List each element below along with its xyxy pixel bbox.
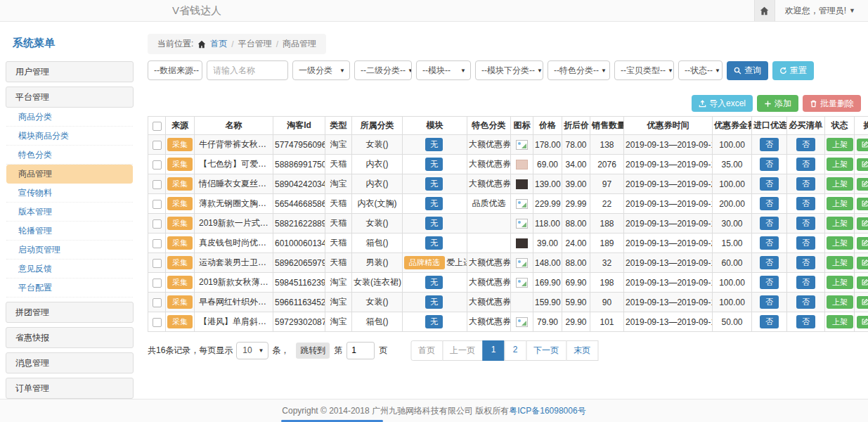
status-button[interactable]: 上架: [827, 138, 853, 151]
row-checkbox[interactable]: [153, 298, 162, 307]
imported-toggle-button[interactable]: 否: [760, 295, 779, 309]
sidebar-item[interactable]: 订单管理: [6, 378, 134, 399]
must-buy-toggle-button[interactable]: 否: [796, 217, 815, 230]
edit-button[interactable]: [857, 158, 868, 171]
must-buy-toggle-button[interactable]: 否: [796, 158, 815, 171]
table-row: 采集 2019新款女秋薄款... 598451162391 淘宝 女装(连衣裙)…: [148, 273, 868, 293]
filter-item-type-select[interactable]: --宝贝类型--▼: [614, 60, 674, 80]
edit-button[interactable]: [857, 296, 868, 309]
cell-feature-category: 大额优惠券: [467, 293, 511, 312]
status-button[interactable]: 上架: [827, 236, 853, 250]
add-button[interactable]: 添加: [757, 95, 798, 112]
sidebar-item[interactable]: 轮播管理: [6, 222, 133, 241]
jump-button[interactable]: 跳转到: [296, 343, 330, 359]
pager-button[interactable]: 末页: [566, 340, 598, 361]
reset-button[interactable]: 重置: [772, 61, 814, 80]
row-checkbox[interactable]: [153, 318, 162, 327]
sidebar-item[interactable]: 消息管理: [6, 352, 134, 373]
sidebar-item[interactable]: 宣传物料: [6, 184, 133, 203]
status-button[interactable]: 上架: [827, 315, 853, 328]
cell-type: 淘宝: [325, 135, 352, 155]
batch-delete-button[interactable]: 批量删除: [803, 95, 861, 112]
row-checkbox[interactable]: [153, 200, 162, 209]
sidebar-item[interactable]: 平台管理: [6, 87, 134, 108]
status-button[interactable]: 上架: [827, 177, 853, 191]
icp-link[interactable]: 粤ICP备16098006号: [509, 405, 585, 417]
breadcrumb-home-link[interactable]: 首页: [210, 38, 227, 50]
row-checkbox[interactable]: [153, 219, 162, 229]
imported-toggle-button[interactable]: 否: [760, 276, 779, 289]
edit-button[interactable]: [857, 198, 868, 210]
filter-module-select[interactable]: --模块--▼: [416, 60, 471, 80]
sidebar-item[interactable]: 商品管理: [6, 165, 133, 184]
row-checkbox[interactable]: [153, 160, 162, 170]
imported-toggle-button[interactable]: 否: [760, 138, 779, 151]
imported-toggle-button[interactable]: 否: [760, 315, 779, 328]
pager-button[interactable]: 首页: [410, 340, 443, 361]
sidebar-item[interactable]: 模块商品分类: [6, 127, 133, 146]
jump-page-input[interactable]: [346, 342, 375, 359]
pager-button[interactable]: 1: [482, 340, 505, 361]
edit-button[interactable]: [857, 257, 868, 269]
sidebar-item[interactable]: 商品分类: [6, 108, 133, 127]
imported-toggle-button[interactable]: 否: [760, 177, 779, 191]
row-checkbox[interactable]: [153, 259, 162, 268]
status-button[interactable]: 上架: [827, 276, 853, 289]
must-buy-toggle-button[interactable]: 否: [796, 276, 815, 289]
filter-category2-select[interactable]: --二级分类--▼: [354, 60, 412, 80]
status-button[interactable]: 上架: [827, 197, 853, 210]
filter-module-sub-select[interactable]: --模块下分类--▼: [475, 60, 543, 80]
name-search-input[interactable]: [207, 60, 288, 80]
sidebar-item[interactable]: 特色分类: [6, 146, 133, 165]
filter-feature-select[interactable]: --特色分类--▼: [548, 60, 610, 80]
filter-status-select[interactable]: --状态--▼: [678, 60, 723, 80]
edit-button[interactable]: [857, 178, 868, 191]
must-buy-toggle-button[interactable]: 否: [796, 197, 815, 210]
imported-toggle-button[interactable]: 否: [760, 236, 779, 250]
pager-button[interactable]: 下一页: [526, 340, 566, 361]
per-page-select[interactable]: 10▼: [236, 342, 268, 359]
must-buy-toggle-button[interactable]: 否: [796, 236, 815, 250]
status-button[interactable]: 上架: [827, 158, 853, 171]
must-buy-toggle-button[interactable]: 否: [796, 138, 815, 151]
sidebar-item[interactable]: 平台配置: [6, 279, 133, 298]
cell-icon: [511, 312, 533, 332]
sidebar-item[interactable]: 启动页管理: [6, 241, 133, 260]
edit-button[interactable]: [857, 139, 868, 151]
must-buy-toggle-button[interactable]: 否: [796, 295, 815, 309]
edit-button[interactable]: [857, 276, 868, 289]
status-button[interactable]: 上架: [827, 256, 853, 269]
edit-button[interactable]: [857, 217, 868, 230]
row-checkbox[interactable]: [153, 180, 162, 189]
must-buy-toggle-button[interactable]: 否: [796, 177, 815, 191]
sidebar-item[interactable]: 拼团管理: [6, 302, 134, 323]
row-checkbox[interactable]: [153, 239, 162, 248]
filter-data-source-select[interactable]: --数据来源--▼: [148, 60, 202, 80]
row-checkbox[interactable]: [153, 279, 162, 288]
search-button[interactable]: 查询: [727, 61, 768, 80]
edit-button[interactable]: [857, 316, 868, 328]
row-checkbox[interactable]: [153, 141, 162, 150]
status-button[interactable]: 上架: [827, 217, 853, 230]
cell-category: 女装(): [352, 293, 403, 312]
import-excel-button[interactable]: 导入excel: [692, 95, 753, 112]
imported-toggle-button[interactable]: 否: [760, 158, 779, 171]
must-buy-toggle-button[interactable]: 否: [796, 315, 815, 328]
must-buy-toggle-button[interactable]: 否: [796, 256, 815, 269]
status-button[interactable]: 上架: [827, 295, 853, 309]
home-button[interactable]: [754, 0, 775, 21]
sidebar-item[interactable]: 版本管理: [6, 203, 133, 222]
user-menu[interactable]: 欢迎您，管理员! ▼: [785, 5, 855, 17]
sidebar-item[interactable]: 省惠快报: [6, 327, 134, 348]
select-all-checkbox[interactable]: [153, 122, 162, 131]
column-header: 来源: [166, 117, 195, 135]
imported-toggle-button[interactable]: 否: [760, 197, 779, 210]
imported-toggle-button[interactable]: 否: [760, 217, 779, 230]
pager-button[interactable]: 上一页: [442, 340, 483, 361]
imported-toggle-button[interactable]: 否: [760, 256, 779, 269]
edit-button[interactable]: [857, 237, 868, 250]
pager-button[interactable]: 2: [504, 340, 526, 361]
filter-category1-select[interactable]: 一级分类▼: [292, 60, 350, 80]
sidebar-item[interactable]: 意见反馈: [6, 260, 133, 279]
sidebar-item[interactable]: 用户管理: [6, 61, 134, 82]
